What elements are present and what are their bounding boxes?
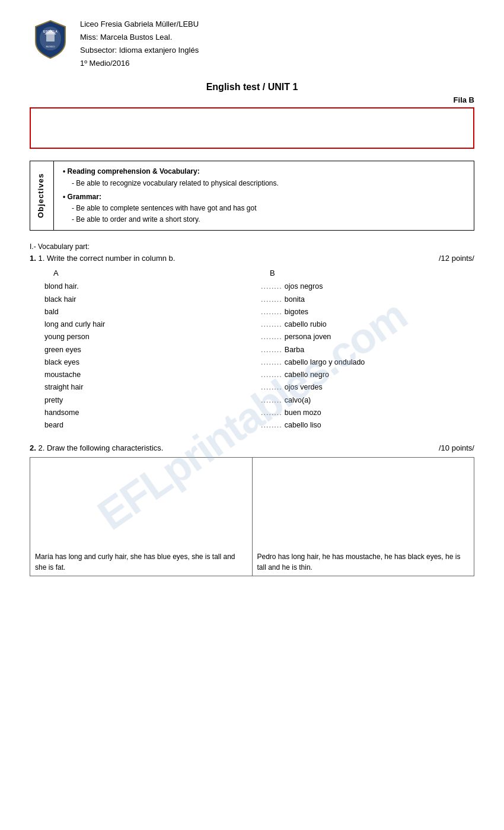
list-item: moustache: [42, 369, 258, 381]
question2-points: /10 points/: [439, 443, 474, 452]
reading-title: Reading comprehension & Vocabulary:: [68, 167, 200, 175]
school-logo: ESCUELA MUNDO: [30, 18, 71, 59]
list-item: straight hair: [42, 381, 258, 394]
grammar-title: Grammar:: [68, 193, 101, 201]
list-item: young person: [42, 331, 258, 343]
draw-cell-2-text: Pedro has long hair, he has moustache, h…: [257, 551, 470, 573]
list-item: beard: [42, 419, 258, 432]
teacher-name: Miss: Marcela Bustos Leal.: [80, 31, 199, 44]
list-item: black hair: [42, 293, 258, 306]
section-label: I.- Vocabulary part:: [30, 242, 474, 251]
svg-rect-2: [46, 34, 55, 42]
draw-cell-2: Pedro has long hair, he has moustache, h…: [252, 458, 474, 576]
question2-header: 2. 2. Draw the following characteristics…: [30, 443, 474, 452]
list-item: ........ cabello rubio: [258, 318, 474, 331]
col-b-list: ........ ojos negros ........ bonita ...…: [258, 280, 474, 432]
name-box[interactable]: [30, 107, 474, 149]
list-item: ........ calvo(a): [258, 394, 474, 407]
school-name: Liceo Fresia Gabriela Müller/LEBU: [80, 18, 199, 31]
objectives-label: Objectives: [36, 173, 45, 218]
draw-table: María has long and curly hair, she has b…: [30, 457, 474, 576]
objectives-table: Objectives Reading comprehension & Vocab…: [30, 161, 474, 231]
column-b: B ........ ojos negros ........ bonita .…: [258, 269, 474, 432]
list-item: ........ cabello largo y ondulado: [258, 356, 474, 369]
col-b-header: B: [258, 269, 474, 277]
reading-item: Be able to recognize vocabulary related …: [60, 178, 468, 189]
list-item: black eyes: [42, 356, 258, 369]
list-item: ........ bonita: [258, 293, 474, 306]
svg-text:MUNDO: MUNDO: [46, 45, 55, 48]
list-item: ........ ojos negros: [258, 280, 474, 293]
fila-label: Fila B: [30, 95, 474, 104]
draw-cell-1: María has long and curly hair, she has b…: [30, 458, 253, 576]
list-item: handsome: [42, 407, 258, 419]
list-item: bald: [42, 306, 258, 318]
vocabulary-columns: A blond hair. black hair bald long and c…: [42, 269, 474, 432]
page-header: ESCUELA MUNDO Liceo Fresia Gabriela Müll…: [30, 18, 474, 70]
list-item: ........ ojos verdes: [258, 381, 474, 394]
list-item: blond hair.: [42, 280, 258, 293]
question1-header: 1. 1. Write the correct number in column…: [30, 254, 474, 263]
draw-cell-1-text: María has long and curly hair, she has b…: [35, 551, 247, 573]
list-item: ........ cabello liso: [258, 419, 474, 432]
list-item: ........ Barba: [258, 344, 474, 356]
column-a: A blond hair. black hair bald long and c…: [42, 269, 258, 432]
year: 1º Medio/2016: [80, 57, 199, 70]
grammar-item2: Be able to order and write a short story…: [60, 214, 468, 225]
list-item: ........ bigotes: [258, 306, 474, 318]
list-item: pretty: [42, 394, 258, 407]
page-title: English test / UNIT 1: [30, 82, 474, 92]
col-a-list: blond hair. black hair bald long and cur…: [42, 280, 258, 432]
grammar-item1: Be able to complete sentences with have …: [60, 203, 468, 214]
list-item: ........ persona joven: [258, 331, 474, 343]
col-a-header: A: [42, 269, 258, 277]
list-item: ........ cabello negro: [258, 369, 474, 381]
question2-label: 2. 2. Draw the following characteristics…: [30, 443, 163, 452]
list-item: long and curly hair: [42, 318, 258, 331]
list-item: ........ buen mozo: [258, 407, 474, 419]
question1-points: /12 points/: [439, 254, 474, 263]
subsector: Subsector: Idioma extanjero Inglés: [80, 44, 199, 57]
list-item: green eyes: [42, 344, 258, 356]
question1-label: 1. 1. Write the correct number in column…: [30, 254, 175, 263]
objectives-content: Reading comprehension & Vocabulary: Be a…: [54, 161, 474, 231]
school-info-block: Liceo Fresia Gabriela Müller/LEBU Miss: …: [80, 18, 199, 70]
